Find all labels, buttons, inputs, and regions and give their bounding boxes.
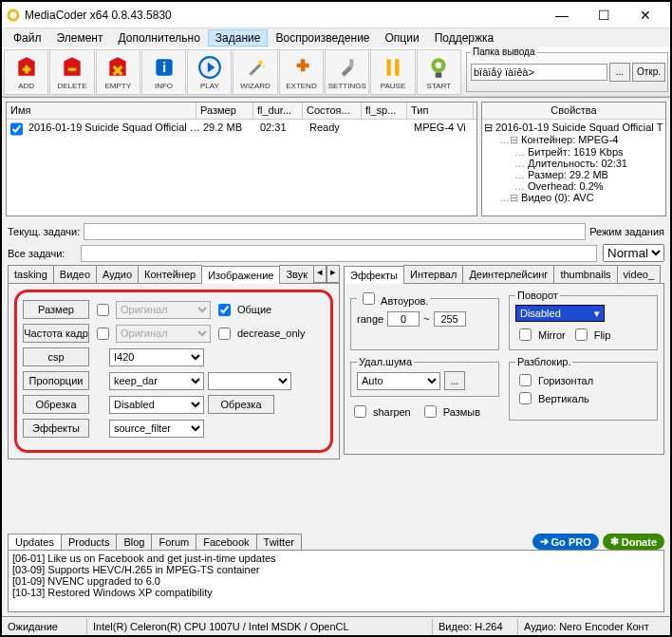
tab-blog[interactable]: Blog — [116, 534, 152, 550]
blur-check[interactable] — [424, 405, 437, 418]
tab-facebook[interactable]: Facebook — [196, 534, 256, 550]
donate-button[interactable]: ✱Donate — [603, 534, 664, 550]
toolbar-info[interactable]: iINFO — [141, 49, 186, 95]
aspect-select[interactable]: keep_dar — [109, 372, 204, 390]
tab-interval[interactable]: Интервал — [403, 265, 463, 283]
aspect-button[interactable]: Пропорции — [23, 371, 89, 390]
update-line: [06-01] Like us on Facebook and get just… — [12, 553, 660, 564]
output-folder-input[interactable] — [471, 64, 607, 81]
crop-select[interactable]: Disabled — [109, 396, 204, 414]
maximize-button[interactable]: ☐ — [583, 3, 625, 28]
tab-effects[interactable]: Эффекты — [344, 266, 404, 284]
sharpen-check[interactable] — [354, 405, 366, 418]
effects-button[interactable]: Эффекты — [23, 419, 89, 438]
decrease-only-check[interactable] — [218, 328, 231, 340]
toolbar-empty[interactable]: EMPTY — [96, 49, 140, 95]
range-min-input[interactable] — [387, 311, 420, 327]
close-button[interactable]: ✕ — [625, 3, 666, 28]
col-duration[interactable]: fl_dur... — [253, 103, 303, 119]
file-row[interactable]: 2016-01-19 Suicide Squad Official … 29.2… — [7, 120, 476, 137]
svg-rect-8 — [387, 59, 391, 75]
rotate-select[interactable]: Disabled▾ — [515, 305, 605, 322]
file-row-check[interactable] — [10, 122, 23, 137]
mirror-check[interactable] — [519, 328, 532, 341]
col-state[interactable]: Состоя... — [303, 103, 362, 119]
tab-container[interactable]: Контейнер — [138, 265, 202, 283]
toolbar-settings[interactable]: SETTINGS — [325, 49, 369, 95]
tab-video[interactable]: Видео — [53, 265, 97, 283]
range-max-input[interactable] — [434, 311, 466, 327]
tab-forum[interactable]: Forum — [151, 534, 196, 550]
tabs-right-nav[interactable]: ▸ — [327, 265, 340, 283]
col-size[interactable]: Размер — [196, 103, 253, 119]
autolevel-group: Автоуров. range ~ — [350, 290, 499, 350]
menu-options[interactable]: Опции — [378, 29, 427, 47]
csp-select[interactable]: I420 — [109, 348, 204, 366]
toolbar-extend[interactable]: EXTEND — [279, 49, 324, 95]
framerate-select: Оригинал — [116, 325, 211, 343]
crop-button[interactable]: Обрезка — [23, 395, 89, 414]
effects-select[interactable]: source_filter — [109, 420, 204, 438]
size-button[interactable]: Размер — [23, 300, 89, 319]
deblock-v-check[interactable] — [519, 392, 532, 404]
tabs-left-nav[interactable]: ◂ — [313, 265, 327, 283]
arrow-icon: ➔ — [540, 535, 549, 548]
menu-file[interactable]: Файл — [6, 29, 49, 47]
browse-button[interactable]: ... — [609, 63, 630, 82]
tab-updates[interactable]: Updates — [8, 534, 62, 550]
flip-check[interactable] — [575, 328, 588, 341]
tab-products[interactable]: Products — [61, 534, 117, 550]
status-bar: Ожидание Intel(R) Celeron(R) CPU 1007U /… — [2, 616, 670, 635]
csp-button[interactable]: csp — [23, 347, 89, 366]
svg-point-1 — [10, 11, 17, 18]
output-folder-label: Папка вывода — [471, 47, 537, 57]
aspect-extra-select[interactable] — [208, 372, 291, 390]
toolbar-wizard[interactable]: WIZARD — [233, 49, 277, 95]
denoise-more-button[interactable]: ... — [444, 371, 465, 390]
task-mode-select[interactable]: Normal — [603, 244, 664, 262]
menu-task[interactable]: Задание — [208, 29, 269, 47]
denoise-group: Удал.шума Auto ... — [350, 356, 499, 397]
deblock-h-check[interactable] — [519, 374, 532, 386]
left-tabs: tasking Видео Аудио Контейнер Изображени… — [8, 265, 340, 284]
tab-sound[interactable]: Звук — [279, 265, 314, 283]
common-check[interactable] — [218, 304, 231, 316]
deblock-group: Разблокир. Горизонтал Вертикаль — [509, 356, 658, 421]
tab-deinterlace[interactable]: Деинтерлейсинг — [462, 265, 554, 283]
updates-list[interactable]: [06-01] Like us on Facebook and get just… — [8, 550, 664, 612]
framerate-button[interactable]: Частота кадр — [23, 324, 89, 343]
file-list[interactable]: Имя Размер fl_dur... Состоя... fl_sp... … — [6, 102, 477, 216]
tab-tasking[interactable]: tasking — [8, 265, 54, 283]
range-label: range — [357, 313, 383, 325]
svg-point-11 — [436, 62, 442, 68]
col-speed[interactable]: fl_sp... — [362, 103, 407, 119]
minimize-button[interactable]: — — [541, 3, 583, 28]
tab-image[interactable]: Изображение — [201, 266, 280, 284]
decrease-only-label: decrease_only — [237, 328, 306, 339]
properties-tree[interactable]: 2016-01-19 Suicide Squad Official T Конт… — [482, 120, 665, 215]
menu-advanced[interactable]: Дополнительно — [110, 29, 207, 47]
tab-audio[interactable]: Аудио — [96, 265, 139, 283]
crop-action-button[interactable]: Обрезка — [208, 395, 274, 414]
col-name[interactable]: Имя — [7, 103, 196, 119]
col-type[interactable]: Тип — [407, 103, 474, 119]
autolevel-check[interactable] — [363, 292, 375, 305]
toolbar-delete[interactable]: DELETE — [49, 49, 94, 95]
size-select: Оригинал — [116, 301, 211, 319]
menu-element[interactable]: Элемент — [49, 29, 111, 47]
menu-playback[interactable]: Воспроизведение — [268, 29, 377, 47]
menu-support[interactable]: Поддержка — [427, 29, 502, 47]
tab-twitter[interactable]: Twitter — [256, 534, 302, 550]
denoise-select[interactable]: Auto — [357, 372, 440, 390]
open-button[interactable]: Откр. — [632, 63, 665, 82]
toolbar-play[interactable]: PLAY — [187, 49, 232, 95]
toolbar-start[interactable]: START — [417, 49, 461, 95]
toolbar-pause[interactable]: PAUSE — [370, 49, 415, 95]
gopro-button[interactable]: ➔Go PRO — [532, 534, 599, 550]
tab-video-extra[interactable]: video_ — [617, 265, 661, 283]
rotate-group: Поворот Disabled▾ Mirror Flip — [509, 290, 658, 350]
toolbar-add[interactable]: ADD — [4, 49, 48, 95]
size-enable-check[interactable] — [97, 304, 109, 316]
tab-thumbnails[interactable]: thumbnails — [553, 265, 617, 283]
framerate-enable-check[interactable] — [97, 328, 109, 340]
